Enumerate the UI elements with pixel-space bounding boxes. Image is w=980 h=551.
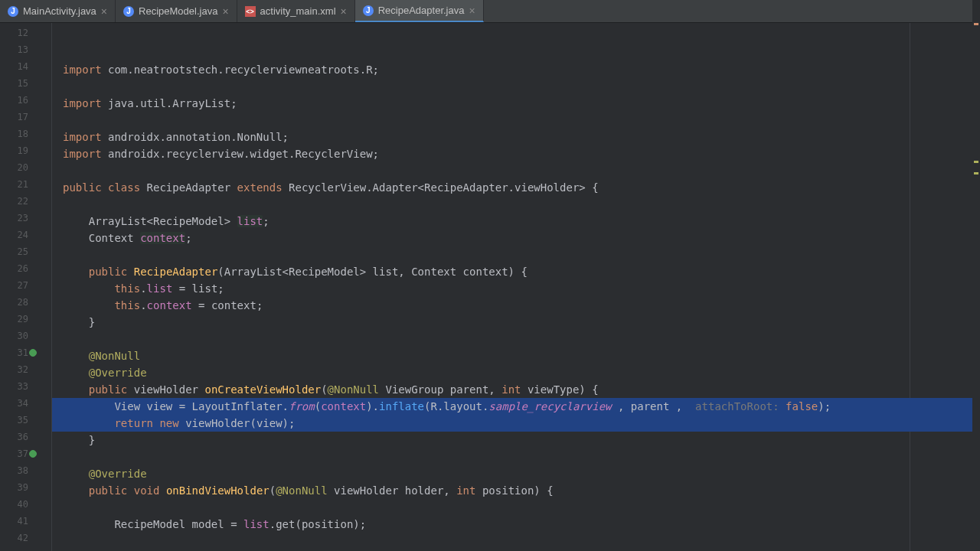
code-token: import xyxy=(63,97,102,109)
line-number[interactable]: 33 xyxy=(0,378,51,395)
code-token: context xyxy=(147,299,192,311)
line-number[interactable]: 38 xyxy=(0,462,51,479)
code-line[interactable] xyxy=(52,162,980,179)
line-number[interactable]: 13 xyxy=(0,41,51,58)
line-number[interactable]: 22 xyxy=(0,193,51,210)
code-line[interactable]: View view = LayoutInflater.from(context)… xyxy=(52,398,980,415)
line-number[interactable]: 32 xyxy=(0,361,51,378)
close-icon[interactable]: × xyxy=(222,5,228,18)
code-token: public void xyxy=(89,484,160,497)
line-number[interactable]: 39 xyxy=(0,479,51,496)
code-line[interactable] xyxy=(52,78,980,95)
line-number[interactable]: 14 xyxy=(0,58,51,75)
code-line[interactable]: return new viewHolder(view); xyxy=(52,415,980,432)
code-token: ( xyxy=(321,383,327,396)
line-number[interactable]: 41 xyxy=(0,513,51,530)
line-number[interactable]: 25 xyxy=(0,243,51,260)
code-token: = context; xyxy=(192,299,263,311)
line-number[interactable]: 34 xyxy=(0,395,51,412)
line-number[interactable]: 31 xyxy=(0,344,51,361)
code-line[interactable]: } xyxy=(52,432,980,448)
code-line[interactable]: ArrayList<RecipeModel> list; xyxy=(52,213,980,230)
line-number[interactable]: 20 xyxy=(0,159,51,176)
code-token xyxy=(63,299,114,311)
code-line[interactable] xyxy=(52,196,980,213)
code-token: list xyxy=(243,518,270,530)
code-token: ); xyxy=(818,400,831,412)
code-token: from xyxy=(289,400,315,412)
code-line[interactable]: @NonNull xyxy=(52,347,980,364)
line-number[interactable]: 17 xyxy=(0,109,51,126)
line-number[interactable]: 12 xyxy=(0,24,51,41)
tab-recipeadapter-java[interactable]: JRecipeAdapter.java× xyxy=(355,0,484,22)
editor-area: 1213141516171819202122232425262728293031… xyxy=(0,23,980,551)
code-line[interactable]: this.context = context; xyxy=(52,297,980,314)
code-line[interactable]: public class RecipeAdapter extends Recyc… xyxy=(52,179,980,196)
line-number[interactable]: 37 xyxy=(0,445,51,462)
line-number[interactable]: 42 xyxy=(0,530,51,546)
code-token: view xyxy=(256,417,283,429)
line-number[interactable]: 18 xyxy=(0,126,51,142)
line-number[interactable]: 24 xyxy=(0,227,51,243)
tab-mainactivity-java[interactable]: JMainActivity.java× xyxy=(0,0,116,22)
line-number[interactable]: 30 xyxy=(0,328,51,344)
code-line[interactable]: } xyxy=(52,314,980,331)
line-number[interactable]: 29 xyxy=(0,311,51,328)
error-stripe[interactable] xyxy=(972,0,980,551)
code-area[interactable]: import com.neatrootstech.recyclerviewnea… xyxy=(52,23,980,551)
code-line[interactable]: @Override xyxy=(52,465,980,482)
close-icon[interactable]: × xyxy=(101,5,107,18)
close-icon[interactable]: × xyxy=(341,5,347,18)
line-number[interactable]: 27 xyxy=(0,277,51,294)
xml-file-icon: <> xyxy=(245,6,256,17)
code-line[interactable] xyxy=(52,246,980,263)
line-number[interactable]: 15 xyxy=(0,75,51,92)
tab-recipemodel-java[interactable]: JRecipeModel.java× xyxy=(116,0,237,22)
line-number[interactable]: 36 xyxy=(0,429,51,445)
code-line[interactable] xyxy=(52,331,980,347)
code-token: extends xyxy=(237,181,283,194)
code-line[interactable]: import androidx.annotation.NonNull; xyxy=(52,129,980,145)
code-line[interactable]: public viewHolder onCreateViewHolder(@No… xyxy=(52,381,980,398)
code-token: public xyxy=(89,266,128,278)
line-number[interactable]: 19 xyxy=(0,142,51,159)
line-number[interactable]: 26 xyxy=(0,260,51,277)
code-token: viewType) { xyxy=(521,383,599,396)
gutter: 1213141516171819202122232425262728293031… xyxy=(0,23,52,551)
code-line[interactable]: import java.util.ArrayList; xyxy=(52,95,980,112)
code-line[interactable] xyxy=(52,499,980,516)
close-icon[interactable]: × xyxy=(469,5,475,17)
line-number[interactable]: 28 xyxy=(0,294,51,311)
line-number[interactable]: 23 xyxy=(0,210,51,227)
line-number[interactable]: 16 xyxy=(0,92,51,109)
code-line[interactable] xyxy=(52,448,980,465)
line-number[interactable]: 21 xyxy=(0,176,51,193)
code-token: ). xyxy=(366,400,379,412)
code-line[interactable]: import androidx.recyclerview.widget.Recy… xyxy=(52,145,980,162)
code-token: com.neatrootstech.recyclerviewneatroots.… xyxy=(102,64,379,76)
code-token: ArrayList<RecipeModel> xyxy=(63,215,237,227)
line-number[interactable]: 40 xyxy=(0,496,51,513)
tab-activity_main-xml[interactable]: <>activity_main.xml× xyxy=(237,0,355,22)
code-line[interactable] xyxy=(52,533,980,549)
code-token: ; xyxy=(263,215,269,227)
code-token: list xyxy=(147,282,173,295)
code-line[interactable] xyxy=(52,112,980,129)
line-number[interactable]: 35 xyxy=(0,412,51,429)
override-gutter-icon[interactable] xyxy=(29,349,37,357)
code-token: attachToRoot: xyxy=(695,400,786,412)
code-token: RecipeModel model = xyxy=(63,518,243,530)
code-line[interactable]: this.list = list; xyxy=(52,280,980,297)
code-line[interactable]: import com.neatrootstech.recyclerviewnea… xyxy=(52,61,980,78)
code-line[interactable]: @Override xyxy=(52,364,980,381)
code-line[interactable]: public RecipeAdapter(ArrayList<RecipeMod… xyxy=(52,263,980,280)
code-line[interactable]: RecipeModel model = list.get(position); xyxy=(52,516,980,533)
code-line[interactable]: Context context; xyxy=(52,230,980,246)
override-gutter-icon[interactable] xyxy=(29,450,37,458)
code-line[interactable]: public void onBindViewHolder(@NonNull vi… xyxy=(52,482,980,499)
code-token: . xyxy=(140,299,146,311)
code-token: import xyxy=(63,131,102,143)
code-token: position xyxy=(302,518,353,530)
code-token xyxy=(63,383,89,396)
code-token xyxy=(63,468,89,480)
